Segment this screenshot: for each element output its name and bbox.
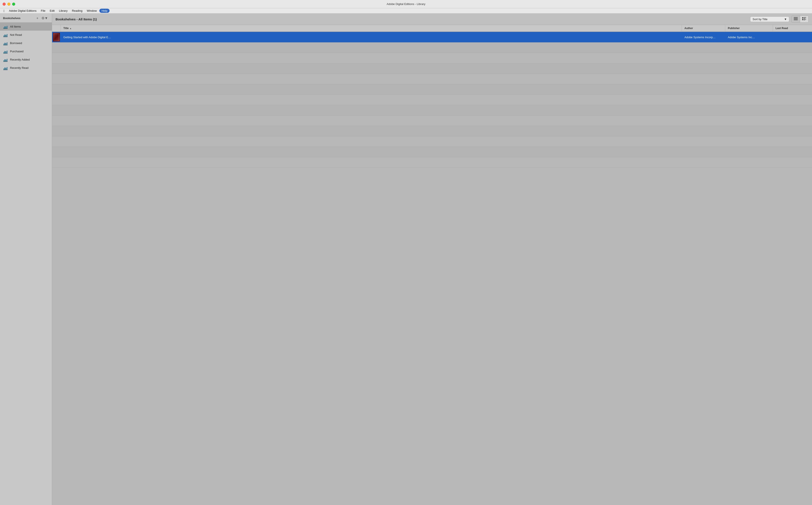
menu-file[interactable]: File bbox=[39, 9, 47, 13]
svg-rect-11 bbox=[5, 43, 5, 45]
empty-row bbox=[52, 105, 812, 116]
svg-rect-32 bbox=[794, 19, 798, 19]
col-thumb bbox=[52, 25, 61, 31]
window-title: Adobe Digital Editions - Library bbox=[386, 2, 425, 6]
col-author[interactable]: Author bbox=[682, 25, 725, 31]
menu-reading[interactable]: Reading bbox=[70, 9, 84, 13]
svg-rect-27 bbox=[6, 68, 7, 70]
menu-window[interactable]: Window bbox=[85, 9, 98, 13]
svg-rect-22 bbox=[6, 60, 7, 61]
content-header: Bookshelves - All Items (1) Sort by Titl… bbox=[52, 13, 812, 25]
svg-rect-4 bbox=[3, 28, 8, 29]
svg-rect-21 bbox=[5, 59, 5, 61]
svg-rect-17 bbox=[6, 51, 7, 53]
svg-rect-19 bbox=[3, 53, 8, 54]
list-view-icon bbox=[794, 17, 798, 20]
svg-rect-16 bbox=[5, 51, 5, 53]
svg-rect-10 bbox=[3, 44, 4, 45]
table-container[interactable]: Title ▲ Author Publisher Last Read bbox=[52, 25, 812, 505]
col-title-label: Title bbox=[63, 27, 68, 30]
gear-icon: ⚙▼ bbox=[41, 16, 48, 20]
col-last-read[interactable]: Last Read bbox=[773, 25, 812, 31]
svg-rect-13 bbox=[7, 42, 7, 45]
svg-rect-36 bbox=[804, 18, 805, 18]
book-thumbnail-cell bbox=[52, 32, 61, 42]
book-last-read-cell bbox=[773, 36, 812, 38]
menu-edit[interactable]: Edit bbox=[48, 9, 56, 13]
content-title: Bookshelves - All Items (1) bbox=[55, 17, 97, 21]
svg-rect-8 bbox=[7, 34, 7, 37]
shelf-icon bbox=[3, 41, 8, 45]
sidebar: Bookshelves + ⚙▼ All Items bbox=[0, 13, 52, 505]
empty-row bbox=[52, 136, 812, 147]
sidebar-header: Bookshelves + ⚙▼ bbox=[0, 13, 52, 22]
book-title-cell: Getting Started with Adobe Digital E… bbox=[61, 34, 682, 40]
empty-row bbox=[52, 42, 812, 53]
svg-rect-20 bbox=[3, 60, 4, 61]
detail-view-icon bbox=[802, 17, 806, 20]
menu-app-name[interactable]: Adobe Digital Editions bbox=[7, 9, 38, 13]
shelf-icon bbox=[3, 65, 8, 70]
col-last-read-label: Last Read bbox=[776, 27, 788, 30]
apple-menu[interactable]:  bbox=[2, 9, 6, 13]
shelf-icon bbox=[3, 24, 8, 29]
book-thumbnail bbox=[53, 33, 60, 41]
shelf-icon bbox=[3, 57, 8, 62]
sidebar-item-label: Borrowed bbox=[10, 41, 22, 45]
detail-view-button[interactable] bbox=[800, 16, 808, 22]
list-view-button[interactable] bbox=[792, 16, 800, 22]
empty-row bbox=[52, 74, 812, 84]
svg-rect-3 bbox=[7, 26, 7, 28]
book-author-cell: Adobe Systems Incorp… bbox=[682, 34, 725, 40]
svg-rect-29 bbox=[3, 70, 8, 70]
close-button[interactable] bbox=[3, 3, 6, 6]
book-publisher-cell: Adobe Systems Inc… bbox=[725, 34, 773, 40]
content-area: Bookshelves - All Items (1) Sort by Titl… bbox=[52, 13, 812, 505]
svg-rect-33 bbox=[794, 20, 798, 20]
title-bar: Adobe Digital Editions - Library bbox=[0, 0, 812, 8]
svg-rect-26 bbox=[5, 67, 5, 70]
menu-library[interactable]: Library bbox=[57, 9, 69, 13]
sort-dropdown[interactable]: Sort by Title ▼ bbox=[750, 16, 789, 22]
svg-rect-39 bbox=[804, 20, 805, 20]
menu-bar:  Adobe Digital Editions File Edit Libra… bbox=[0, 8, 812, 13]
header-controls: Sort by Title ▼ bbox=[750, 16, 809, 23]
sidebar-item-not-read[interactable]: Not Read bbox=[0, 31, 52, 39]
svg-rect-2 bbox=[6, 27, 7, 28]
minimize-button[interactable] bbox=[7, 3, 10, 6]
svg-rect-7 bbox=[6, 35, 7, 37]
sidebar-item-label: Recently Added bbox=[10, 58, 30, 61]
empty-row bbox=[52, 63, 812, 74]
col-publisher[interactable]: Publisher bbox=[725, 25, 773, 31]
menu-help[interactable]: Help bbox=[99, 9, 109, 13]
col-title[interactable]: Title ▲ bbox=[61, 25, 682, 31]
maximize-button[interactable] bbox=[12, 3, 15, 6]
svg-rect-31 bbox=[794, 18, 798, 18]
svg-rect-35 bbox=[804, 17, 806, 18]
empty-row bbox=[52, 116, 812, 126]
svg-rect-1 bbox=[5, 26, 5, 28]
svg-rect-18 bbox=[7, 50, 7, 53]
sort-ascending-icon: ▲ bbox=[69, 27, 72, 29]
svg-rect-24 bbox=[3, 61, 8, 62]
empty-row bbox=[52, 126, 812, 136]
sidebar-item-recently-read[interactable]: Recently Read bbox=[0, 63, 52, 72]
add-shelf-button[interactable]: + bbox=[36, 16, 39, 21]
sidebar-item-recently-added[interactable]: Recently Added bbox=[0, 55, 52, 63]
view-toggle-group bbox=[791, 16, 809, 23]
svg-rect-6 bbox=[5, 34, 5, 37]
main-layout: Bookshelves + ⚙▼ All Items bbox=[0, 13, 812, 505]
svg-rect-25 bbox=[3, 68, 4, 70]
sidebar-item-label: Purchased bbox=[10, 50, 23, 53]
svg-rect-5 bbox=[3, 35, 4, 37]
sidebar-item-all-items[interactable]: All Items bbox=[0, 22, 52, 31]
col-author-label: Author bbox=[685, 27, 693, 30]
sidebar-item-purchased[interactable]: Purchased bbox=[0, 47, 52, 55]
shelf-settings-button[interactable]: ⚙▼ bbox=[41, 16, 49, 21]
table-row[interactable]: Getting Started with Adobe Digital E… Ad… bbox=[52, 32, 812, 42]
svg-rect-38 bbox=[804, 19, 806, 19]
shelf-icon bbox=[3, 32, 8, 37]
sidebar-actions: + ⚙▼ bbox=[36, 16, 49, 21]
sidebar-item-borrowed[interactable]: Borrowed bbox=[0, 39, 52, 47]
svg-rect-23 bbox=[7, 59, 7, 61]
